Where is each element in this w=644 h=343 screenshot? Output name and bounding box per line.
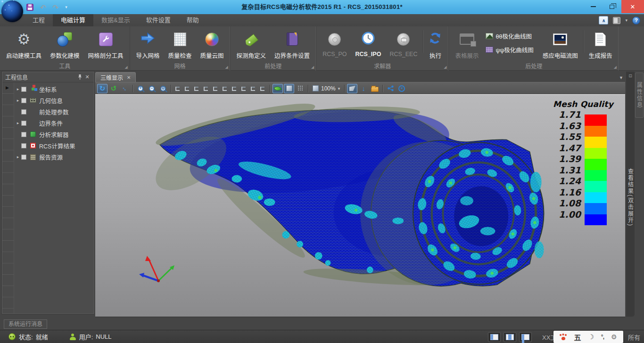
report-resource-icon [29, 154, 37, 160]
layout-center-panel-button[interactable] [504, 332, 516, 342]
open-folder-button[interactable] [370, 84, 380, 93]
theta-polarization-curve-button[interactable]: θθ极化曲线图 [484, 30, 535, 41]
shaded-view-button[interactable] [284, 84, 294, 93]
induced-current-map-button[interactable]: 感应电磁流图 [538, 27, 582, 62]
import-mesh-button[interactable]: 导入网格 [132, 27, 164, 62]
menu-tab-3[interactable]: 软件设置 [138, 14, 179, 26]
expand-panel-icon[interactable]: ⊡ [628, 74, 632, 78]
checkbox[interactable] [21, 109, 26, 114]
view-orientation-5-icon[interactable] [211, 84, 220, 93]
parametric-modeling-button[interactable]: 参数化建模 [46, 27, 84, 62]
psi-polarization-curve-button[interactable]: ψψ极化曲线图 [484, 44, 535, 55]
smooth-shading-button[interactable] [272, 84, 283, 93]
zoom-in-button[interactable]: + [135, 84, 146, 93]
share-link-button[interactable] [385, 84, 396, 93]
collapse-ribbon-icon[interactable]: ∧ [599, 16, 608, 24]
layout-bottom-panel-button[interactable] [519, 332, 532, 342]
group-expand-icon[interactable]: ◢ [614, 65, 617, 69]
checkbox[interactable] [21, 87, 26, 92]
refresh-view-button[interactable]: ↺ [108, 84, 119, 93]
tree-item-5[interactable]: RCS计算结果 [14, 140, 94, 151]
group-expand-icon[interactable]: ◢ [311, 65, 314, 69]
menu-tab-0[interactable]: 工程 [25, 14, 53, 26]
view-results-strip[interactable]: ⊡ 查看结果(双击展开) [626, 72, 635, 317]
3d-viewport[interactable]: Mesh Quality 1.711.631.551.471.391.311.2… [95, 94, 625, 317]
system-messages-tab[interactable]: 系统运行消息 [4, 319, 47, 329]
close-button[interactable]: ✕ [621, 0, 644, 13]
rotate-view-button[interactable]: ↻ [97, 84, 107, 93]
property-info-tab[interactable]: 属性信息 [635, 73, 644, 118]
zoom-out-button[interactable]: − [147, 84, 157, 93]
drop-down-view-button[interactable]: ↓ [358, 84, 369, 93]
group-expand-icon[interactable]: ◢ [225, 65, 228, 69]
title-bar[interactable]: ↶ ↷ ▾ 复杂目标RCS电磁分析软件2015 R1 - RCS_2015031… [0, 0, 644, 14]
ime-settings-icon[interactable]: ⚙ [611, 334, 617, 340]
view-orientation-6-icon[interactable] [221, 84, 230, 93]
view-orientation-8-icon[interactable] [239, 84, 248, 93]
expander-icon[interactable]: ▸ [15, 98, 21, 103]
minimize-button[interactable] [584, 0, 603, 13]
view-orientation-9-icon[interactable] [249, 84, 258, 93]
window-controls: ✕ [584, 0, 644, 13]
generate-report-button[interactable]: 生成报告 [585, 27, 617, 62]
ime-moon-icon[interactable]: ☽ [588, 333, 594, 341]
quality-contour-button[interactable]: 质量云图 [196, 27, 228, 62]
view-orientation-4-icon[interactable] [202, 84, 211, 93]
menu-tab-4[interactable]: 帮助 [179, 14, 207, 26]
ime-toolbar[interactable]: 五 ☽ °, ⚙ [553, 331, 623, 343]
mesh-partition-tool-button[interactable]: 网格剖分工具 [84, 27, 128, 62]
tree-item-2[interactable]: 前处理参数 [14, 106, 94, 117]
execute-button[interactable]: 执行 [424, 27, 446, 62]
zoom-dropdown-icon[interactable]: ▾ [338, 86, 340, 91]
expander-icon[interactable]: ▸ [15, 155, 21, 159]
expander-icon[interactable]: ▸ [15, 87, 21, 91]
select-mode-button[interactable] [347, 84, 357, 93]
expander-icon[interactable]: ▸ [15, 121, 21, 125]
pan-view-button[interactable]: ↔ [120, 84, 130, 93]
checkbox[interactable] [21, 132, 26, 137]
legend-band-8 [585, 203, 607, 214]
help-icon[interactable]: ? [632, 16, 640, 24]
view-orientation-1-icon[interactable] [173, 84, 182, 93]
boundary-settings-button[interactable]: 边界条件设置 [270, 27, 314, 62]
maximize-button[interactable] [603, 0, 621, 13]
tree-item-3[interactable]: ▸边界条件 [14, 117, 94, 129]
tab-close-icon[interactable]: ✕ [127, 75, 131, 80]
window-style-icon[interactable] [613, 17, 620, 24]
group-expand-icon[interactable]: ◢ [444, 65, 446, 69]
tab-list-dropdown-icon[interactable]: ▼ [619, 75, 623, 80]
rcs-ipo-button[interactable]: RCS_IPO [351, 27, 386, 62]
close-view-button[interactable]: ✕ [396, 84, 407, 93]
probe-angle-button[interactable]: 探测角定义 [232, 27, 271, 62]
ime-punctuation-label[interactable]: °, [601, 334, 604, 340]
checkbox[interactable] [21, 98, 26, 103]
ime-paw-icon[interactable] [560, 334, 567, 340]
psi-chart-icon [486, 47, 493, 53]
ime-mode-label[interactable]: 五 [574, 332, 581, 342]
tree-item-4[interactable]: 分析求解器 [14, 129, 94, 140]
view-orientation-10-icon[interactable] [258, 84, 267, 93]
app-logo[interactable] [1, 0, 23, 22]
style-dropdown-icon[interactable]: ▾ [625, 18, 627, 23]
view-orientation-7-icon[interactable] [230, 84, 239, 93]
panel-close-icon[interactable]: ✕ [83, 74, 91, 81]
view-orientation-3-icon[interactable] [192, 84, 201, 93]
tree-item-0[interactable]: ▸坐标系 [14, 83, 94, 95]
tree-item-6[interactable]: ▸报告资源 [14, 151, 94, 163]
zoom-level-control[interactable]: 100% ▾ [311, 85, 342, 92]
launch-modeling-tool-button[interactable]: ⚙ 启动建模工具 [2, 27, 46, 62]
layout-left-panel-button[interactable] [488, 332, 501, 342]
wireframe-view-button[interactable] [295, 84, 305, 93]
menu-tab-2[interactable]: 数据&显示 [93, 14, 138, 26]
tab-3d-display[interactable]: 三维显示 ✕ [95, 72, 136, 82]
view-orientation-2-icon[interactable] [183, 84, 192, 93]
quality-check-button[interactable]: 质量检查 [164, 27, 196, 62]
zoom-fit-button[interactable]: ⊕ [158, 84, 168, 93]
checkbox[interactable] [21, 143, 26, 148]
checkbox[interactable] [21, 121, 26, 126]
pin-icon[interactable] [76, 74, 83, 81]
tree-item-1[interactable]: ▸几何信息 [14, 95, 94, 106]
menu-tab-1[interactable]: 电磁计算 [53, 14, 93, 26]
group-expand-icon[interactable]: ◢ [124, 65, 127, 69]
checkbox[interactable] [21, 155, 26, 160]
